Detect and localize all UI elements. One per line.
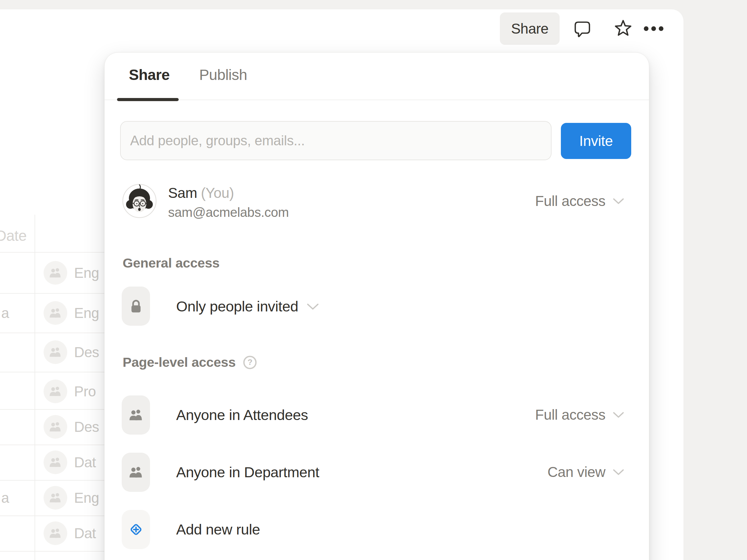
group-avatar — [44, 340, 67, 364]
table-column-divider — [34, 215, 35, 560]
group-avatar — [44, 522, 67, 545]
group-avatar — [44, 486, 67, 510]
group-avatar — [44, 261, 67, 285]
chevron-down-icon — [306, 302, 319, 311]
comment-icon[interactable] — [573, 20, 591, 38]
tab-publish[interactable]: Publish — [199, 66, 247, 83]
help-icon[interactable]: ? — [242, 355, 257, 370]
member-access-dropdown[interactable]: Full access — [535, 193, 625, 209]
add-people-input[interactable] — [120, 121, 551, 160]
chevron-down-icon — [612, 197, 625, 205]
chevron-down-icon — [612, 411, 625, 419]
star-icon[interactable] — [614, 19, 633, 38]
group-avatar — [44, 451, 67, 474]
group-avatar — [44, 301, 67, 325]
member-email: sam@acmelabs.com — [168, 205, 289, 220]
share-dialog: Share Publish Invite — [104, 52, 649, 560]
general-access-heading: General access — [123, 256, 220, 271]
svg-text:?: ? — [248, 357, 252, 367]
more-icon[interactable] — [643, 26, 664, 32]
page-level-access-heading: Page-level access ? — [123, 355, 257, 370]
people-icon — [122, 395, 150, 435]
group-avatar — [44, 415, 67, 439]
tabs-divider — [105, 100, 649, 100]
lock-icon — [122, 287, 150, 326]
member-you-suffix: (You) — [201, 185, 234, 201]
member-avatar — [122, 184, 157, 218]
people-icon — [122, 453, 150, 492]
chevron-down-icon — [612, 468, 625, 476]
member-name: Sam(You) — [168, 185, 234, 201]
table-column-header-date: Date — [0, 227, 26, 244]
tab-share[interactable]: Share — [129, 66, 170, 83]
add-new-rule-button[interactable]: Add new rule — [176, 521, 260, 538]
rule-access-value: Full access — [535, 406, 606, 423]
rule-label-department: Anyone in Department — [176, 463, 319, 481]
rule-access-value: Can view — [547, 463, 606, 480]
invite-button[interactable]: Invite — [561, 123, 631, 159]
member-access-value: Full access — [535, 193, 606, 209]
rule-label-attendees: Anyone in Attendees — [176, 406, 308, 423]
share-button[interactable]: Share — [500, 12, 560, 45]
general-access-value: Only people invited — [176, 298, 298, 315]
add-rule-diamond-plus-icon[interactable] — [122, 510, 150, 549]
rule-access-dropdown-department[interactable]: Can view — [547, 463, 625, 480]
group-avatar — [44, 379, 67, 403]
general-access-dropdown[interactable]: Only people invited — [176, 298, 319, 315]
active-tab-underline — [117, 98, 179, 101]
rule-access-dropdown-attendees[interactable]: Full access — [535, 406, 625, 423]
page: { "colors": { "accent_blue": "#2383e2", … — [0, 0, 747, 560]
